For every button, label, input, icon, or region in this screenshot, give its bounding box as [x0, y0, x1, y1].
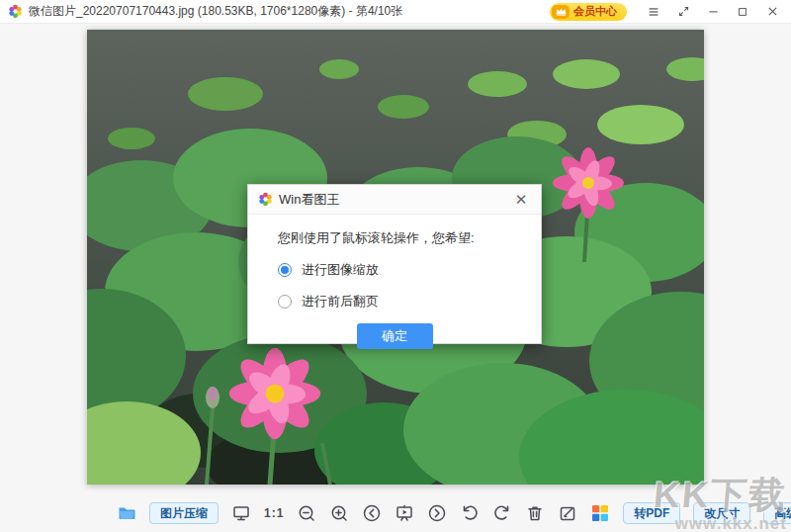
minimize-icon[interactable]: [700, 2, 726, 22]
bottom-toolbar: 图片压缩 1:1: [117, 500, 791, 526]
radio-option-flip-pages[interactable]: 进行前后翻页: [278, 293, 541, 310]
advanced-print-button[interactable]: 高级打印: [763, 502, 791, 524]
actual-size-icon[interactable]: 1:1: [264, 506, 284, 520]
zoom-in-icon[interactable]: [329, 503, 349, 523]
radio-option-zoom-image[interactable]: 进行图像缩放: [278, 261, 541, 279]
maximize-icon[interactable]: [730, 2, 755, 22]
dialog-close-icon[interactable]: ✕: [511, 190, 531, 210]
dialog-message: 您刚使用了鼠标滚轮操作，您希望:: [278, 229, 541, 247]
next-image-icon[interactable]: [427, 503, 447, 523]
folder-open-icon[interactable]: [117, 503, 136, 523]
fullscreen-icon[interactable]: [670, 2, 696, 22]
more-colors-icon[interactable]: [590, 503, 610, 523]
window-title: 微信图片_20220707170443.jpg (180.53KB, 1706*…: [29, 3, 402, 20]
resize-button[interactable]: 改尺寸: [693, 502, 750, 524]
rotate-left-icon[interactable]: [460, 503, 480, 523]
zoom-out-icon[interactable]: [297, 503, 316, 523]
app-logo-icon: [8, 4, 23, 19]
edit-icon[interactable]: [558, 503, 577, 523]
rotate-right-icon[interactable]: [492, 503, 512, 523]
member-center-button[interactable]: 会员中心: [550, 3, 627, 21]
delete-icon[interactable]: [525, 503, 545, 523]
previous-image-icon[interactable]: [362, 503, 382, 523]
radio-selected-icon[interactable]: [278, 263, 292, 277]
convert-pdf-button[interactable]: 转PDF: [623, 502, 680, 524]
radio-unselected-icon[interactable]: [278, 295, 292, 309]
crown-icon: [552, 5, 570, 19]
ok-button[interactable]: 确定: [357, 323, 433, 349]
dialog-app-icon: [258, 192, 273, 207]
fit-screen-icon[interactable]: [231, 503, 251, 523]
menu-icon[interactable]: [641, 2, 666, 22]
slideshow-icon[interactable]: [395, 503, 414, 523]
titlebar-controls: 会员中心: [550, 2, 785, 22]
dialog-header: Win看图王 ✕: [248, 185, 541, 215]
image-compress-button[interactable]: 图片压缩: [149, 502, 219, 524]
mouse-wheel-dialog: Win看图王 ✕ 您刚使用了鼠标滚轮操作，您希望: 进行图像缩放 进行前后翻页 …: [247, 184, 542, 344]
titlebar: 微信图片_20220707170443.jpg (180.53KB, 1706*…: [0, 0, 791, 24]
dialog-title: Win看图王: [279, 191, 339, 209]
close-icon[interactable]: [759, 2, 785, 22]
app-window: 微信图片_20220707170443.jpg (180.53KB, 1706*…: [0, 0, 791, 532]
